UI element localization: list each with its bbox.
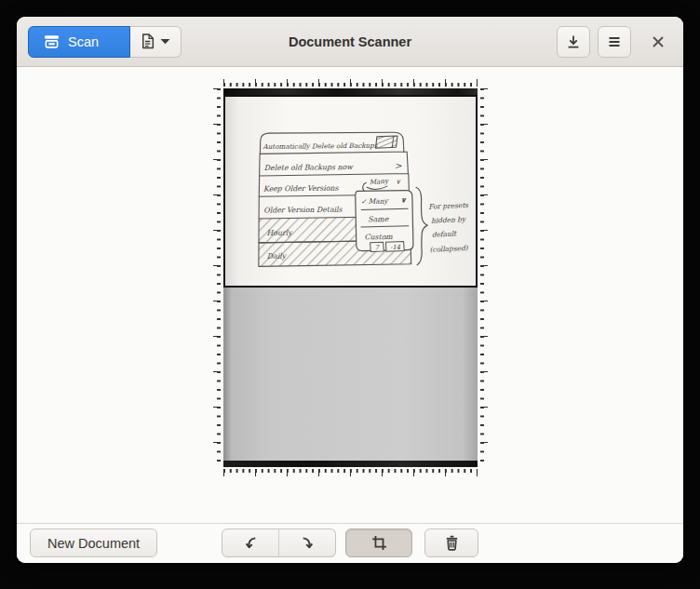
page-tools-cluster [222, 529, 478, 557]
save-download-icon [566, 34, 581, 49]
sketch-annotation-line: hidden by [430, 215, 466, 225]
trash-icon [444, 535, 460, 551]
sketch-row-label: Hourly [266, 229, 293, 237]
ruler-ticks-top [223, 79, 478, 87]
crop-button[interactable] [345, 529, 412, 557]
rotate-right-button[interactable] [278, 529, 336, 557]
sketch-dropdown-option: Custom [364, 233, 393, 241]
ruler-ticks-left [213, 88, 221, 467]
scanner-icon [44, 33, 60, 49]
new-document-label: New Document [47, 536, 140, 551]
sketch-row-label: Daily [266, 252, 287, 261]
dropdown-caret-icon [160, 38, 170, 45]
scanned-page[interactable]: Automatically Delete old Backups Delete … [223, 88, 478, 467]
sketch-row-label: Keep Older Versions [262, 184, 339, 194]
sketch-caret-icon: ∨ [400, 195, 407, 204]
header-bar: Scan Document Scanner [17, 17, 683, 67]
rotate-left-button[interactable] [222, 529, 279, 557]
sketch-annotation-line: (collapsed) [429, 244, 469, 254]
rotate-right-icon [300, 535, 316, 551]
ruler-ticks-bottom [223, 469, 478, 476]
sketch-drawing: Automatically Delete old Backups Delete … [225, 97, 476, 286]
scan-type-dropdown-button[interactable] [130, 26, 182, 58]
sketch-row-label: Delete old Backups now [263, 163, 354, 172]
crop-selection[interactable]: Automatically Delete old Backups Delete … [223, 95, 478, 288]
rotate-left-icon [243, 535, 259, 551]
header-right-controls [557, 26, 672, 58]
app-window: Scan Document Scanner [17, 17, 683, 563]
sketch-dropdown-option: Many [368, 197, 389, 206]
ruler-ticks-right [480, 88, 488, 467]
crop-icon [371, 535, 387, 551]
sketch-brace [415, 187, 427, 265]
sketch-row-label: Automatically Delete old Backups [262, 141, 378, 151]
delete-page-button[interactable] [424, 529, 478, 557]
sketch-annotation-line: default [431, 229, 457, 238]
sketch-toggle-switch-icon [375, 136, 397, 148]
sketch-check-icon: ✓ [360, 197, 367, 206]
sketch-dropdown-option: Same [368, 215, 388, 223]
hamburger-menu-icon [607, 34, 622, 49]
text-document-icon [141, 33, 155, 49]
scan-button[interactable]: Scan [28, 26, 130, 58]
new-document-button[interactable]: New Document [30, 529, 157, 557]
scan-view: Automatically Delete old Backups Delete … [17, 67, 683, 523]
save-button[interactable] [557, 26, 590, 58]
scan-button-label: Scan [68, 34, 99, 49]
close-button[interactable] [644, 26, 672, 58]
action-bar: New Document [17, 523, 683, 563]
sketch-row-value: Many [369, 177, 389, 187]
scan-assembly: Automatically Delete old Backups Delete … [213, 79, 488, 476]
scan-split-button: Scan [28, 26, 182, 58]
sketch-chevron-right-icon: > [394, 160, 401, 170]
sketch-annotation-line: For presets [428, 201, 469, 211]
scan-background-area [223, 288, 478, 461]
sketch-caret-icon: ∨ [395, 177, 400, 185]
close-icon [652, 35, 665, 48]
sketch-row-label: Older Version Details [263, 206, 343, 215]
menu-button[interactable] [598, 26, 631, 58]
scan-edge-bottom [223, 461, 478, 467]
scan-edge-top [223, 88, 478, 95]
sketch-stepper-value: -14 [390, 244, 401, 251]
